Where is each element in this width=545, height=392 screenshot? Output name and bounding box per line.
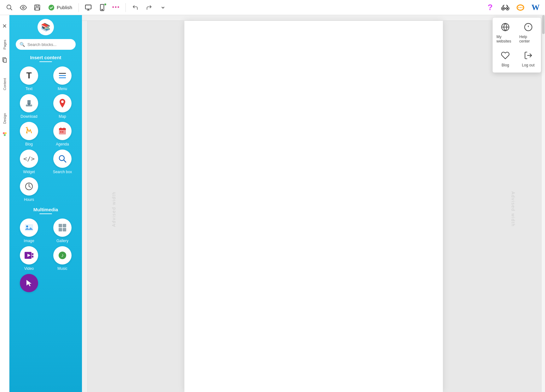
help-center-button[interactable]: Help center (517, 19, 540, 47)
svg-rect-56 (32, 253, 33, 255)
svg-line-44 (64, 160, 66, 162)
svg-point-0 (7, 5, 11, 9)
content-item-menu[interactable]: Menu (47, 66, 78, 91)
scrollbar-thumb[interactable] (542, 15, 545, 34)
redo-button[interactable] (143, 2, 155, 13)
svg-point-14 (507, 8, 508, 9)
download-label: Download (20, 114, 37, 119)
svg-text:♪: ♪ (61, 253, 64, 258)
undo-button[interactable] (130, 2, 141, 13)
svg-rect-4 (36, 5, 38, 7)
svg-rect-52 (59, 228, 62, 231)
separator-1 (78, 3, 79, 12)
search-blocks-input-container[interactable]: 🔍 (16, 39, 76, 50)
gallery-label: Gallery (56, 239, 68, 243)
toolbar-right-icons: ? W (484, 2, 541, 13)
help-icon[interactable]: ? (484, 2, 496, 13)
blog-button[interactable]: Blog (494, 47, 517, 71)
multimedia-items-grid: Image Gallery (9, 219, 82, 294)
mobile-status-dot (104, 3, 107, 6)
right-scrollbar[interactable] (541, 15, 545, 392)
search-blocks-input[interactable] (27, 42, 72, 47)
avatar-circle: 📚 (38, 19, 54, 35)
content-item-blog[interactable]: Blog (14, 122, 44, 146)
blog-panel-icon (501, 51, 510, 62)
content-item-agenda[interactable]: Agenda (47, 122, 78, 146)
more-options-button[interactable]: ••• (110, 2, 122, 13)
brand-logo-icon[interactable]: W (530, 2, 541, 13)
map-label: Map (59, 114, 66, 119)
content-item-widget[interactable]: </> Widget (14, 150, 44, 174)
search-blocks-icon: 🔍 (20, 42, 25, 47)
user-avatar[interactable]: 📚 (38, 19, 54, 35)
svg-rect-42 (62, 131, 63, 133)
widget-label: Widget (23, 170, 35, 174)
video-label: Video (24, 266, 34, 271)
content-item-image[interactable]: Image (14, 219, 44, 243)
right-panel-grid: My websites Help center Blog (494, 19, 540, 71)
download-icon-circle (20, 94, 38, 112)
svg-rect-53 (63, 228, 66, 231)
search-binoculars-icon[interactable] (500, 2, 511, 13)
preview-icon[interactable] (18, 2, 29, 13)
chat-icon[interactable] (515, 2, 526, 13)
svg-rect-41 (60, 131, 61, 133)
separator-2 (125, 3, 126, 12)
map-icon-circle (53, 94, 72, 112)
content-item-gallery[interactable]: Gallery (47, 219, 78, 243)
svg-point-49 (26, 225, 28, 227)
content-item-music[interactable]: ♪ Music (47, 246, 78, 271)
toolbar: Publish ••• (0, 0, 545, 15)
content-item-cursor[interactable] (14, 274, 44, 294)
search-toolbar-icon[interactable] (4, 2, 15, 13)
multimedia-title: Multimedia (33, 207, 58, 212)
agenda-label: Agenda (56, 142, 69, 146)
blog-icon-circle (20, 122, 38, 140)
content-items-grid: T Text Menu Dow (9, 66, 82, 202)
advised-width-left: Advised width (93, 26, 134, 392)
save-icon[interactable] (32, 2, 43, 13)
mobile-icon[interactable] (96, 2, 108, 13)
right-dropdown-panel: My websites Help center Blog (492, 17, 541, 73)
my-websites-label: My websites (496, 35, 514, 43)
menu-icon-circle (53, 66, 72, 85)
sidebar-item-content[interactable]: Content (3, 76, 7, 93)
text-label: Text (26, 87, 32, 91)
info-icon (524, 23, 533, 33)
close-panel-button[interactable]: ✕ (0, 20, 9, 32)
image-label: Image (24, 239, 34, 243)
svg-point-36 (61, 100, 64, 103)
svg-point-29 (4, 134, 6, 136)
help-center-label: Help center (519, 35, 537, 43)
svg-rect-6 (85, 5, 91, 9)
left-sidebar-strip: ✕ Pages Content Design (0, 15, 9, 392)
pages-icon[interactable] (2, 57, 8, 64)
svg-point-28 (5, 132, 7, 134)
svg-rect-38 (59, 128, 66, 130)
multimedia-underline (39, 213, 52, 214)
svg-rect-48 (25, 224, 33, 231)
content-item-map[interactable]: Map (47, 94, 78, 119)
content-item-searchbox[interactable]: Search box (47, 150, 78, 174)
music-label: Music (57, 266, 67, 271)
history-dropdown-button[interactable] (157, 2, 169, 13)
content-item-download[interactable]: Download (14, 94, 44, 119)
blog-item-label: Blog (25, 142, 33, 146)
content-item-video[interactable]: Video (14, 246, 44, 271)
canvas-page[interactable] (184, 21, 443, 392)
svg-rect-57 (32, 256, 33, 258)
advised-width-right: Advised width (493, 26, 534, 392)
sidebar-item-design[interactable]: Design (3, 111, 7, 126)
design-icon[interactable] (2, 131, 8, 139)
content-item-hours[interactable]: Hours (14, 177, 44, 202)
log-out-button[interactable]: Log out (517, 47, 540, 71)
widget-icon-circle: </> (20, 150, 38, 168)
searchbox-icon-circle (53, 150, 72, 168)
monitor-icon[interactable] (83, 2, 94, 13)
insert-content-underline (39, 61, 52, 62)
my-websites-button[interactable]: My websites (494, 19, 517, 47)
searchbox-label: Search box (53, 170, 72, 174)
publish-button[interactable]: Publish (45, 3, 75, 12)
content-item-text[interactable]: T Text (14, 66, 44, 91)
sidebar-item-pages[interactable]: Pages (3, 37, 7, 52)
